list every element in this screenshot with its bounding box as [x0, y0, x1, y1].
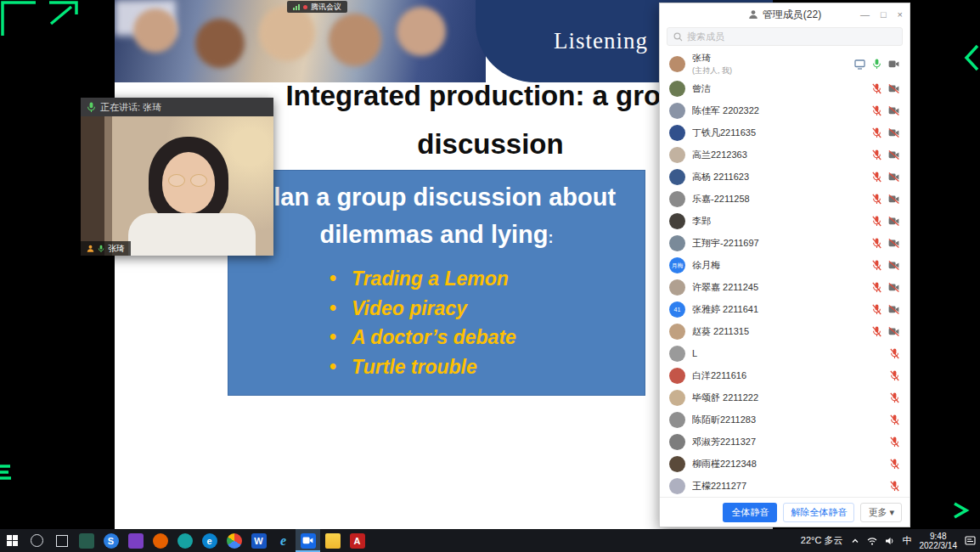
member-row[interactable]: 月梅徐月梅	[660, 254, 910, 276]
member-row[interactable]: 41张雅婷 2211641	[660, 298, 910, 320]
member-row[interactable]: 王檬2211277	[660, 475, 910, 497]
start-button[interactable]	[0, 529, 25, 552]
camera-off-icon[interactable]	[888, 172, 899, 182]
volume-icon[interactable]	[885, 537, 895, 545]
member-status-icons	[890, 348, 899, 359]
mic-muted-icon[interactable]	[890, 392, 899, 403]
bullet-item: Trading a Lemon	[328, 264, 645, 294]
member-name: 毕颂舒 2211222	[692, 391, 883, 404]
video-name-tag: 张琦	[81, 241, 131, 256]
weather-widget[interactable]: 22°C 多云	[801, 534, 843, 547]
mic-muted-icon[interactable]	[872, 83, 881, 94]
camera-off-icon[interactable]	[888, 327, 899, 336]
mic-muted-icon[interactable]	[872, 216, 881, 227]
camera-off-icon[interactable]	[888, 305, 899, 314]
camera-off-icon[interactable]	[888, 128, 899, 138]
member-row[interactable]: 曾洁	[660, 77, 910, 99]
camera-off-icon[interactable]	[888, 239, 899, 248]
speaker-video-window[interactable]: 正在讲话: 张琦 张琦	[81, 98, 273, 256]
member-row[interactable]: 白洋2211616	[660, 364, 910, 386]
member-status-icons	[872, 326, 899, 337]
mic-muted-icon[interactable]	[872, 282, 881, 293]
mic-muted-icon[interactable]	[872, 127, 881, 138]
mic-muted-icon[interactable]	[872, 326, 881, 337]
mic-muted-icon[interactable]	[872, 172, 881, 183]
member-row[interactable]: 李郢	[660, 210, 910, 232]
camera-off-icon[interactable]	[888, 194, 899, 204]
member-row[interactable]: 张琦(主持人, 我)	[660, 51, 910, 77]
member-row[interactable]: L	[660, 342, 910, 364]
member-row[interactable]: 邓淑芳2211327	[660, 431, 910, 453]
member-avatar	[669, 368, 685, 384]
edge-taskbar-button[interactable]: e	[197, 529, 222, 552]
member-row[interactable]: 许翠嘉 2211245	[660, 276, 910, 298]
mic-muted-icon[interactable]	[890, 437, 899, 448]
mic-muted-icon[interactable]	[872, 194, 881, 205]
member-row[interactable]: 丁铁凡2211635	[660, 121, 910, 144]
mic-muted-icon[interactable]	[890, 348, 899, 359]
taskbar-clock[interactable]: 9:48 2022/3/14	[920, 532, 958, 550]
notification-center-icon[interactable]	[965, 536, 976, 545]
internet-explorer-taskbar-button[interactable]: e	[271, 529, 296, 552]
app-dark-green-taskbar-button[interactable]	[74, 529, 99, 552]
unmute-all-button[interactable]: 解除全体静音	[783, 503, 854, 522]
member-info: 乐嘉-2211258	[692, 193, 865, 206]
mic-muted-icon[interactable]	[872, 149, 881, 161]
member-info: 赵葵 2211315	[692, 325, 865, 338]
camera-off-icon[interactable]	[888, 106, 899, 115]
search-app-taskbar-button[interactable]: S	[99, 529, 123, 552]
camera-on-icon[interactable]	[888, 59, 899, 69]
mic-muted-icon[interactable]	[872, 260, 881, 271]
file-explorer-taskbar-button[interactable]	[320, 529, 345, 552]
member-row[interactable]: 高杨 2211623	[660, 166, 910, 188]
mic-muted-icon[interactable]	[890, 459, 899, 470]
photo-decor	[397, 7, 446, 56]
more-button[interactable]: 更多 ▾	[860, 503, 902, 522]
slide-header-text: Listening	[554, 28, 648, 54]
mic-muted-icon[interactable]	[890, 481, 899, 492]
mic-muted-icon[interactable]	[872, 304, 881, 315]
member-row[interactable]: 高兰2212363	[660, 144, 910, 166]
camera-off-icon[interactable]	[888, 283, 899, 292]
member-row[interactable]: 柳雨槿2212348	[660, 453, 910, 475]
word-taskbar-button[interactable]: W	[246, 529, 271, 552]
member-row[interactable]: 毕颂舒 2211222	[660, 386, 910, 408]
camera-off-icon[interactable]	[888, 261, 899, 270]
member-row[interactable]: 王翔宇-2211697	[660, 232, 910, 254]
maximize-button[interactable]: □	[881, 9, 887, 20]
chrome-taskbar-button[interactable]	[222, 529, 246, 552]
member-search[interactable]: 搜索成员	[667, 27, 903, 46]
app-purple-taskbar-button[interactable]	[123, 529, 148, 552]
network-icon[interactable]	[867, 537, 877, 545]
member-status-icons	[872, 83, 899, 94]
minimize-button[interactable]: —	[860, 9, 870, 20]
ime-language-indicator[interactable]: 中	[903, 534, 912, 547]
member-row[interactable]: 赵葵 2211315	[660, 320, 910, 342]
hidden-icons-chevron[interactable]	[851, 538, 859, 544]
mic-muted-icon[interactable]	[872, 238, 881, 249]
slide-content-box: Plan a group discussion about dilemmas a…	[228, 170, 645, 396]
close-button[interactable]: ×	[898, 9, 903, 20]
adobe-reader-taskbar-button[interactable]: A	[345, 529, 369, 552]
camera-off-icon[interactable]	[888, 84, 899, 93]
firefox-taskbar-button[interactable]	[148, 529, 172, 552]
member-row[interactable]: 陈佳军 2202322	[660, 99, 910, 121]
mute-all-button[interactable]: 全体静音	[723, 503, 777, 522]
mic-muted-icon[interactable]	[872, 105, 881, 116]
member-row[interactable]: 陈陌昕2211283	[660, 408, 910, 431]
mic-muted-icon[interactable]	[890, 414, 899, 425]
task-view-button[interactable]	[49, 529, 74, 552]
camera-off-icon[interactable]	[888, 217, 899, 226]
meeting-status-badge[interactable]: 腾讯会议	[287, 1, 347, 13]
member-row[interactable]: 乐嘉-2211258	[660, 188, 910, 210]
camera-off-icon[interactable]	[888, 150, 899, 160]
app-teal-taskbar-button[interactable]	[172, 529, 197, 552]
member-avatar	[669, 191, 685, 207]
tencent-meeting-taskbar-button[interactable]	[296, 529, 320, 552]
screen-share-icon[interactable]	[854, 59, 865, 70]
member-info: 王檬2211277	[692, 480, 883, 493]
cortana-button[interactable]	[25, 529, 49, 552]
mic-on-icon[interactable]	[872, 59, 881, 70]
member-name: 邓淑芳2211327	[692, 436, 883, 448]
mic-muted-icon[interactable]	[890, 370, 899, 381]
